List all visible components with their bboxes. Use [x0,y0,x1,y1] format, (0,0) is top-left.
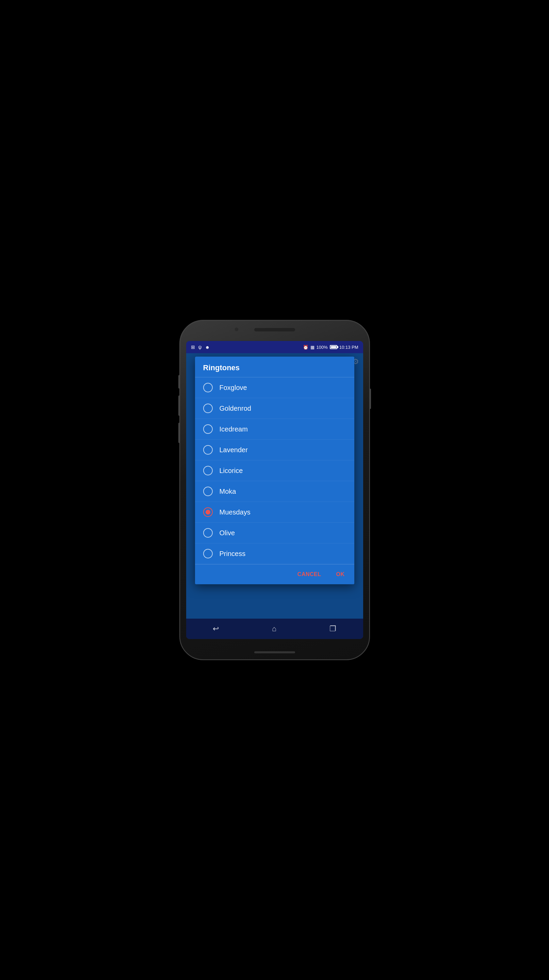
list-item[interactable]: Olive [195,523,354,543]
sim-icon: ▦ [310,345,315,350]
radio-icedream[interactable] [203,424,213,434]
list-item[interactable]: Moka [195,481,354,502]
item-label-muesdays: Muesdays [220,508,250,516]
battery-icon [330,345,337,349]
item-label-goldenrod: Goldenrod [220,404,251,412]
status-right-icons: ⏰ ▦ 100% 10:13 PM [303,345,358,350]
usb-icon: ψ [199,344,202,350]
ok-button[interactable]: OK [332,569,349,580]
ringtones-dialog: Ringtones Foxglove Goldenrod Iced [195,356,354,584]
speaker [254,328,295,331]
list-item[interactable]: Foxglove [195,377,354,398]
radio-princess[interactable] [203,549,213,558]
item-label-foxglove: Foxglove [220,384,247,392]
cat-icon: ☻ [205,345,210,350]
phone-screen: ⊞ ψ ☻ ⏰ ▦ 100% 10:13 PM ⚙ Ringtones [186,341,363,639]
item-label-olive: Olive [220,529,235,537]
home-button[interactable]: ⌂ [265,622,283,636]
radio-selected-indicator [205,510,210,514]
dialog-overlay: Ringtones Foxglove Goldenrod Iced [186,353,363,619]
status-bar: ⊞ ψ ☻ ⏰ ▦ 100% 10:13 PM [186,341,363,353]
cancel-button[interactable]: CANCEL [293,569,325,580]
item-label-moka: Moka [220,488,236,495]
phone-frame: ⊞ ψ ☻ ⏰ ▦ 100% 10:13 PM ⚙ Ringtones [179,320,370,660]
bottom-bar [254,651,295,653]
list-item[interactable]: Lavender [195,440,354,460]
clock: 10:13 PM [339,345,358,350]
radio-moka[interactable] [203,487,213,496]
list-item[interactable]: Muesdays [195,502,354,523]
radio-goldenrod[interactable] [203,404,213,413]
radio-licorice[interactable] [203,466,213,476]
item-label-icedream: Icedream [220,425,248,433]
list-item[interactable]: Licorice [195,460,354,481]
list-item[interactable]: Icedream [195,419,354,440]
power-button[interactable] [369,388,371,409]
back-button[interactable]: ↩ [206,622,226,636]
volume-down-button[interactable] [178,423,180,443]
radio-foxglove[interactable] [203,383,213,392]
app-background: ⚙ Ringtones Foxglove Goldenrod [186,353,363,619]
list-item[interactable]: Princess [195,543,354,564]
book-icon: ⊞ [191,344,195,350]
dialog-title: Ringtones [195,356,354,377]
volume-up-button[interactable] [178,395,180,416]
ringtones-list: Foxglove Goldenrod Icedream Lave [195,377,354,564]
alarm-icon: ⏰ [303,345,309,350]
list-item[interactable]: Goldenrod [195,398,354,419]
silent-button[interactable] [178,375,180,388]
recents-button[interactable]: ❐ [323,622,343,636]
radio-lavender[interactable] [203,445,213,455]
item-label-lavender: Lavender [220,446,248,454]
dialog-buttons: CANCEL OK [195,564,354,584]
camera [234,327,239,331]
radio-olive[interactable] [203,528,213,538]
status-left-icons: ⊞ ψ ☻ [191,344,210,350]
item-label-princess: Princess [220,550,246,558]
radio-muesdays[interactable] [203,508,213,517]
item-label-licorice: Licorice [220,467,243,475]
navigation-bar: ↩ ⌂ ❐ [186,619,363,639]
battery-percent: 100% [317,345,328,350]
